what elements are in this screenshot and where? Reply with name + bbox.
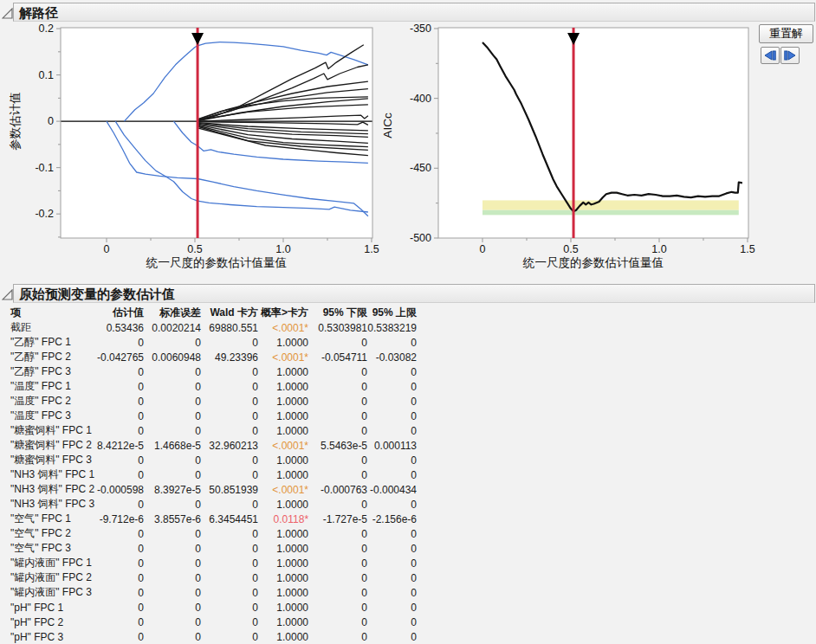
cell-value: 0: [201, 394, 258, 409]
table-row[interactable]: "空气" FPC 1-9.712e-63.8557e-66.34544510.0…: [0, 512, 417, 526]
cell-item: "空气" FPC 2: [0, 526, 97, 541]
cell-value: 1.0000: [258, 335, 308, 350]
cell-item: "乙醇" FPC 1: [0, 335, 97, 350]
cell-value: -0.054711: [308, 350, 367, 364]
cell-value: 0: [201, 379, 258, 394]
parameter-estimates-chart[interactable]: 00.51.01.50.20.10-0.1-0.2统一尺度的参数估计值量值参数估…: [0, 24, 407, 277]
cell-value: 1.4668e-5: [144, 438, 201, 453]
cell-value: 0: [144, 335, 201, 350]
table-row[interactable]: "NH3 饲料" FPC 2-0.0005988.3927e-550.85193…: [0, 482, 417, 497]
aicc-chart[interactable]: 00.51.01.5-350-400-450-500统一尺度的参数估计值量值AI…: [381, 24, 759, 277]
cell-value: 1.0000: [258, 423, 308, 438]
step-forward-button[interactable]: [780, 47, 800, 64]
table-row[interactable]: "罐内液面" FPC 20001.000000: [0, 570, 417, 585]
disclosure-triangle-icon[interactable]: [2, 8, 14, 20]
cell-value: 0: [144, 364, 201, 379]
cell-value: 0: [367, 409, 417, 423]
table-row[interactable]: "乙醇" FPC 30001.000000: [0, 364, 417, 379]
y-axis-title: 参数估计值: [9, 92, 22, 151]
cell-value: 0: [367, 364, 417, 379]
cell-value: 0: [367, 467, 417, 482]
cell-value: 0: [367, 379, 417, 394]
cell-value: 0: [367, 585, 417, 600]
table-row[interactable]: "罐内液面" FPC 30001.000000: [0, 585, 417, 600]
table-row[interactable]: "糖蜜饲料" FPC 10001.000000: [0, 423, 417, 438]
y-tick-label: 0: [48, 115, 54, 127]
table-row[interactable]: "温度" FPC 30001.000000: [0, 409, 417, 423]
column-header: 估计值: [97, 306, 144, 320]
table-row[interactable]: "空气" FPC 20001.000000: [0, 526, 417, 541]
cell-value: 0: [201, 526, 258, 541]
cell-value: 0: [308, 585, 367, 600]
cell-value: -0.042765: [97, 350, 144, 364]
cell-value: 0: [308, 600, 367, 615]
cell-value: 0: [367, 453, 417, 467]
cell-value: 0: [97, 615, 144, 629]
estimates-table: 项估计值标准误差Wald 卡方概率>卡方95% 下限95% 上限 截距0.534…: [0, 306, 417, 644]
cell-value: 0: [201, 600, 258, 615]
solution-path-header: 解路径: [0, 2, 816, 24]
cell-value: 0: [201, 615, 258, 629]
table-row[interactable]: "糖蜜饲料" FPC 30001.000000: [0, 453, 417, 467]
table-row[interactable]: "温度" FPC 20001.000000: [0, 394, 417, 409]
cell-value: 0: [367, 600, 417, 615]
cell-value: 0: [97, 526, 144, 541]
cell-value: 0: [97, 570, 144, 585]
cell-item: "温度" FPC 2: [0, 394, 97, 409]
cell-value: 0: [144, 570, 201, 585]
cell-value: 0: [144, 629, 201, 644]
table-row[interactable]: "NH3 饲料" FPC 10001.000000: [0, 467, 417, 482]
cell-value: 8.3927e-5: [144, 482, 201, 497]
cell-value: 1.0000: [258, 364, 308, 379]
table-row[interactable]: "糖蜜饲料" FPC 28.4212e-51.4668e-532.960213<…: [0, 438, 417, 453]
cell-value: 0: [97, 497, 144, 512]
cell-value: 0: [308, 497, 367, 512]
cell-value: 0: [308, 556, 367, 570]
table-row[interactable]: "pH" FPC 20001.000000: [0, 615, 417, 629]
cell-value: 0.5383219: [367, 320, 417, 335]
cell-value: <.0001*: [258, 350, 308, 364]
table-row[interactable]: "pH" FPC 30001.000000: [0, 629, 417, 644]
cell-value: 32.960213: [201, 438, 258, 453]
cell-value: 1.0000: [258, 600, 308, 615]
table-row[interactable]: "pH" FPC 10001.000000: [0, 600, 417, 615]
cell-value: 0: [144, 453, 201, 467]
cell-value: 0: [201, 497, 258, 512]
column-header: 标准误差: [144, 306, 201, 320]
table-row[interactable]: "罐内液面" FPC 10001.000000: [0, 556, 417, 570]
x-axis-title: 统一尺度的参数估计值量值: [522, 256, 664, 269]
cell-value: 0: [97, 364, 144, 379]
cell-value: 0: [308, 467, 367, 482]
x-tick-label: 1.5: [740, 243, 754, 255]
table-row[interactable]: "温度" FPC 10001.000000: [0, 379, 417, 394]
section-title[interactable]: 原始预测变量的参数估计值: [13, 284, 815, 303]
table-row[interactable]: "空气" FPC 30001.000000: [0, 541, 417, 556]
cell-value: 0: [308, 615, 367, 629]
cell-value: 0: [144, 497, 201, 512]
cell-value: 0: [144, 526, 201, 541]
cell-value: 0: [144, 541, 201, 556]
cell-value: 0: [367, 615, 417, 629]
cell-value: 1.0000: [258, 379, 308, 394]
cell-value: 0: [97, 409, 144, 423]
x-tick-label: 0: [104, 243, 110, 255]
table-row[interactable]: "NH3 饲料" FPC 30001.000000: [0, 497, 417, 512]
table-row[interactable]: "乙醇" FPC 10001.000000: [0, 335, 417, 350]
cell-item: "糖蜜饲料" FPC 3: [0, 453, 97, 467]
cell-item: "pH" FPC 1: [0, 600, 97, 615]
cell-value: 0.000113: [367, 438, 417, 453]
cell-value: 0: [97, 335, 144, 350]
table-row[interactable]: "乙醇" FPC 2-0.0427650.006094849.23396<.00…: [0, 350, 417, 364]
cell-value: 0: [144, 615, 201, 629]
y-tick-label: -350: [410, 24, 431, 35]
table-row[interactable]: 截距0.534360.002021469880.551<.0001*0.5303…: [0, 320, 417, 335]
cell-item: "乙醇" FPC 2: [0, 350, 97, 364]
section-title[interactable]: 解路径: [13, 3, 815, 22]
cell-value: 1.0000: [258, 585, 308, 600]
cell-value: 0: [308, 423, 367, 438]
cell-value: 0: [367, 541, 417, 556]
reset-solution-button[interactable]: 重置解: [759, 24, 813, 43]
disclosure-triangle-icon[interactable]: [2, 289, 14, 301]
cell-value: <.0001*: [258, 320, 308, 335]
step-back-button[interactable]: [761, 47, 780, 64]
